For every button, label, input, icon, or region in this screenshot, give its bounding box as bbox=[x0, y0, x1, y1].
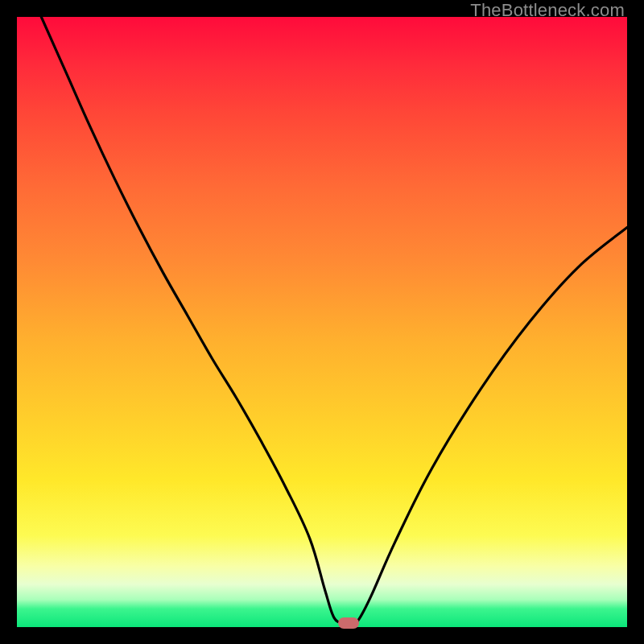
min-marker bbox=[338, 617, 359, 629]
gradient-background bbox=[17, 17, 627, 627]
watermark-text: TheBottleneck.com bbox=[470, 0, 625, 21]
chart-frame: TheBottleneck.com bbox=[0, 0, 644, 644]
